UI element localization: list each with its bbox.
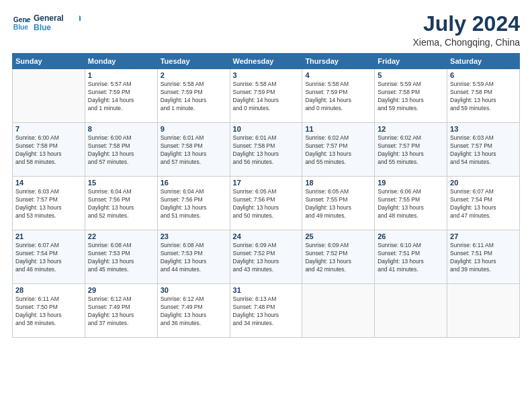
day-number: 18: [305, 179, 371, 187]
day-number: 16: [161, 179, 227, 187]
day-info: Sunrise: 6:13 AM Sunset: 7:48 PM Dayligh…: [233, 295, 300, 328]
day-cell: 7Sunrise: 6:00 AM Sunset: 7:58 PM Daylig…: [13, 123, 85, 177]
day-number: 13: [450, 125, 517, 133]
title-block: July 2024 Xiema, Chongqing, China: [412, 12, 520, 48]
day-info: Sunrise: 6:10 AM Sunset: 7:51 PM Dayligh…: [378, 242, 444, 274]
day-cell: [447, 284, 520, 338]
day-cell: 4Sunrise: 5:58 AM Sunset: 7:59 PM Daylig…: [302, 69, 375, 123]
header: General Blue General Blue July 2024 Xiem…: [12, 12, 520, 48]
day-info: Sunrise: 5:59 AM Sunset: 7:58 PM Dayligh…: [450, 81, 517, 113]
day-number: 24: [233, 232, 300, 240]
week-row-5: 28Sunrise: 6:11 AM Sunset: 7:50 PM Dayli…: [13, 284, 520, 338]
day-number: 25: [305, 232, 371, 240]
header-row: SundayMondayTuesdayWednesdayThursdayFrid…: [13, 54, 520, 69]
day-info: Sunrise: 6:01 AM Sunset: 7:58 PM Dayligh…: [161, 134, 227, 167]
day-info: Sunrise: 5:58 AM Sunset: 7:59 PM Dayligh…: [305, 81, 371, 113]
logo: General Blue General Blue: [12, 12, 81, 34]
month-year-title: July 2024: [412, 12, 520, 36]
day-info: Sunrise: 6:07 AM Sunset: 7:54 PM Dayligh…: [15, 242, 82, 274]
day-cell: 12Sunrise: 6:02 AM Sunset: 7:57 PM Dayli…: [375, 123, 447, 177]
day-info: Sunrise: 6:06 AM Sunset: 7:55 PM Dayligh…: [378, 188, 444, 220]
day-number: 21: [15, 232, 82, 240]
day-cell: 30Sunrise: 6:12 AM Sunset: 7:49 PM Dayli…: [157, 284, 230, 338]
day-info: Sunrise: 6:08 AM Sunset: 7:53 PM Dayligh…: [88, 242, 154, 274]
day-info: Sunrise: 6:05 AM Sunset: 7:56 PM Dayligh…: [233, 188, 300, 220]
day-cell: 26Sunrise: 6:10 AM Sunset: 7:51 PM Dayli…: [375, 230, 447, 284]
day-number: 26: [378, 232, 444, 240]
column-header-wednesday: Wednesday: [230, 54, 302, 69]
day-info: Sunrise: 6:00 AM Sunset: 7:58 PM Dayligh…: [15, 134, 82, 167]
day-cell: 27Sunrise: 6:11 AM Sunset: 7:51 PM Dayli…: [447, 230, 520, 284]
day-info: Sunrise: 5:57 AM Sunset: 7:59 PM Dayligh…: [88, 81, 154, 113]
day-cell: 10Sunrise: 6:01 AM Sunset: 7:58 PM Dayli…: [230, 123, 302, 177]
column-header-saturday: Saturday: [447, 54, 520, 69]
day-number: 6: [450, 71, 517, 79]
day-number: 28: [15, 286, 82, 294]
day-info: Sunrise: 5:58 AM Sunset: 7:59 PM Dayligh…: [161, 81, 227, 113]
column-header-tuesday: Tuesday: [157, 54, 230, 69]
day-info: Sunrise: 6:08 AM Sunset: 7:53 PM Dayligh…: [161, 242, 227, 274]
day-info: Sunrise: 6:01 AM Sunset: 7:58 PM Dayligh…: [233, 134, 300, 167]
day-cell: 5Sunrise: 5:59 AM Sunset: 7:58 PM Daylig…: [375, 69, 447, 123]
day-info: Sunrise: 6:02 AM Sunset: 7:57 PM Dayligh…: [378, 134, 444, 167]
day-number: 27: [450, 232, 517, 240]
day-cell: 13Sunrise: 6:03 AM Sunset: 7:57 PM Dayli…: [447, 123, 520, 177]
day-number: 7: [15, 125, 82, 133]
day-number: 29: [88, 286, 154, 294]
day-number: 8: [88, 125, 154, 133]
day-cell: 1Sunrise: 5:57 AM Sunset: 7:59 PM Daylig…: [85, 69, 157, 123]
day-number: 5: [378, 71, 444, 79]
day-cell: 22Sunrise: 6:08 AM Sunset: 7:53 PM Dayli…: [85, 230, 157, 284]
day-cell: 28Sunrise: 6:11 AM Sunset: 7:50 PM Dayli…: [13, 284, 85, 338]
logo-icon: General Blue: [12, 13, 31, 32]
day-number: 23: [161, 232, 227, 240]
day-cell: 29Sunrise: 6:12 AM Sunset: 7:49 PM Dayli…: [85, 284, 157, 338]
column-header-friday: Friday: [375, 54, 447, 69]
day-info: Sunrise: 6:12 AM Sunset: 7:49 PM Dayligh…: [161, 295, 227, 328]
day-cell: 31Sunrise: 6:13 AM Sunset: 7:48 PM Dayli…: [230, 284, 302, 338]
logo-svg: General Blue: [34, 12, 81, 34]
day-cell: 21Sunrise: 6:07 AM Sunset: 7:54 PM Dayli…: [13, 230, 85, 284]
day-number: 30: [161, 286, 227, 294]
svg-text:Blue: Blue: [13, 24, 29, 31]
day-number: 3: [233, 71, 300, 79]
day-info: Sunrise: 6:09 AM Sunset: 7:52 PM Dayligh…: [305, 242, 371, 274]
day-info: Sunrise: 6:07 AM Sunset: 7:54 PM Dayligh…: [450, 188, 517, 220]
day-cell: 19Sunrise: 6:06 AM Sunset: 7:55 PM Dayli…: [375, 177, 447, 230]
day-number: 17: [233, 179, 300, 187]
column-header-sunday: Sunday: [13, 54, 85, 69]
day-number: 15: [88, 179, 154, 187]
column-header-monday: Monday: [85, 54, 157, 69]
week-row-4: 21Sunrise: 6:07 AM Sunset: 7:54 PM Dayli…: [13, 230, 520, 284]
day-number: 2: [161, 71, 227, 79]
day-number: 31: [233, 286, 300, 294]
day-info: Sunrise: 6:04 AM Sunset: 7:56 PM Dayligh…: [161, 188, 227, 220]
day-info: Sunrise: 6:05 AM Sunset: 7:55 PM Dayligh…: [305, 188, 371, 220]
svg-marker-5: [79, 15, 81, 21]
day-info: Sunrise: 6:11 AM Sunset: 7:51 PM Dayligh…: [450, 242, 517, 274]
day-number: 14: [15, 179, 82, 187]
svg-text:General: General: [13, 16, 31, 24]
calendar-page: General Blue General Blue July 2024 Xiem…: [0, 0, 532, 411]
day-cell: 15Sunrise: 6:04 AM Sunset: 7:56 PM Dayli…: [85, 177, 157, 230]
day-info: Sunrise: 6:09 AM Sunset: 7:52 PM Dayligh…: [233, 242, 300, 274]
day-number: 4: [305, 71, 371, 79]
day-cell: 3Sunrise: 5:58 AM Sunset: 7:59 PM Daylig…: [230, 69, 302, 123]
day-number: 11: [305, 125, 371, 133]
day-cell: 11Sunrise: 6:02 AM Sunset: 7:57 PM Dayli…: [302, 123, 375, 177]
day-cell: [302, 284, 375, 338]
day-info: Sunrise: 5:59 AM Sunset: 7:58 PM Dayligh…: [378, 81, 444, 113]
day-number: 12: [378, 125, 444, 133]
day-cell: 2Sunrise: 5:58 AM Sunset: 7:59 PM Daylig…: [157, 69, 230, 123]
day-info: Sunrise: 6:03 AM Sunset: 7:57 PM Dayligh…: [450, 134, 517, 167]
day-info: Sunrise: 6:00 AM Sunset: 7:58 PM Dayligh…: [88, 134, 154, 167]
day-number: 10: [233, 125, 300, 133]
svg-text:Blue: Blue: [34, 23, 51, 32]
day-cell: 18Sunrise: 6:05 AM Sunset: 7:55 PM Dayli…: [302, 177, 375, 230]
day-info: Sunrise: 6:04 AM Sunset: 7:56 PM Dayligh…: [88, 188, 154, 220]
day-cell: 23Sunrise: 6:08 AM Sunset: 7:53 PM Dayli…: [157, 230, 230, 284]
day-cell: 16Sunrise: 6:04 AM Sunset: 7:56 PM Dayli…: [157, 177, 230, 230]
week-row-2: 7Sunrise: 6:00 AM Sunset: 7:58 PM Daylig…: [13, 123, 520, 177]
day-number: 9: [161, 125, 227, 133]
day-number: 22: [88, 232, 154, 240]
